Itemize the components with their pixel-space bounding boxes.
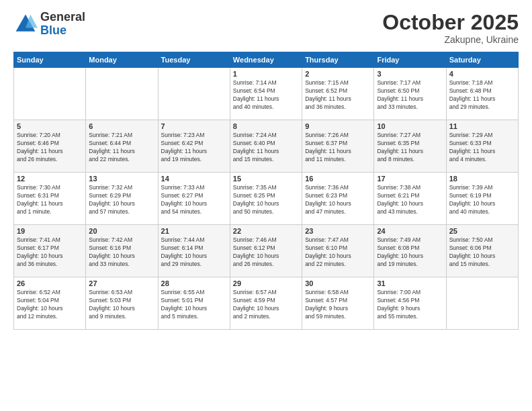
day-cell: 7Sunrise: 7:23 AM Sunset: 6:42 PM Daylig… xyxy=(158,120,230,173)
day-cell: 9Sunrise: 7:26 AM Sunset: 6:37 PM Daylig… xyxy=(302,120,374,173)
day-number: 29 xyxy=(233,279,299,287)
day-number: 28 xyxy=(161,279,227,287)
day-number: 9 xyxy=(305,122,371,130)
day-info: Sunrise: 7:38 AM Sunset: 6:21 PM Dayligh… xyxy=(377,184,443,216)
day-number: 13 xyxy=(89,175,154,183)
day-number: 19 xyxy=(17,227,83,235)
day-number: 2 xyxy=(305,70,371,78)
week-row-4: 19Sunrise: 7:41 AM Sunset: 6:17 PM Dayli… xyxy=(14,225,519,277)
day-cell xyxy=(446,277,518,330)
day-number: 5 xyxy=(17,122,83,130)
day-cell: 11Sunrise: 7:29 AM Sunset: 6:33 PM Dayli… xyxy=(446,120,518,173)
day-cell: 14Sunrise: 7:33 AM Sunset: 6:27 PM Dayli… xyxy=(158,173,230,225)
day-cell: 19Sunrise: 7:41 AM Sunset: 6:17 PM Dayli… xyxy=(14,225,86,277)
logo-icon xyxy=(13,12,38,36)
day-cell: 15Sunrise: 7:35 AM Sunset: 6:25 PM Dayli… xyxy=(230,173,302,225)
day-info: Sunrise: 7:20 AM Sunset: 6:46 PM Dayligh… xyxy=(17,132,83,164)
day-number: 18 xyxy=(449,175,515,183)
day-cell: 23Sunrise: 7:47 AM Sunset: 6:10 PM Dayli… xyxy=(302,225,374,277)
day-cell: 16Sunrise: 7:36 AM Sunset: 6:23 PM Dayli… xyxy=(302,173,374,225)
day-info: Sunrise: 6:58 AM Sunset: 4:57 PM Dayligh… xyxy=(305,289,371,321)
day-info: Sunrise: 7:41 AM Sunset: 6:17 PM Dayligh… xyxy=(17,236,83,269)
day-cell: 3Sunrise: 7:17 AM Sunset: 6:50 PM Daylig… xyxy=(374,68,446,120)
page: General Blue October 2025 Zakupne, Ukrai… xyxy=(0,0,532,411)
day-number: 1 xyxy=(233,70,299,78)
day-cell: 21Sunrise: 7:44 AM Sunset: 6:14 PM Dayli… xyxy=(158,225,230,277)
day-cell: 26Sunrise: 6:52 AM Sunset: 5:04 PM Dayli… xyxy=(14,277,86,330)
day-info: Sunrise: 7:36 AM Sunset: 6:23 PM Dayligh… xyxy=(305,184,371,216)
day-info: Sunrise: 7:35 AM Sunset: 6:25 PM Dayligh… xyxy=(233,184,299,216)
day-info: Sunrise: 7:14 AM Sunset: 6:54 PM Dayligh… xyxy=(233,79,299,111)
day-info: Sunrise: 7:42 AM Sunset: 6:16 PM Dayligh… xyxy=(89,236,154,269)
day-number: 24 xyxy=(377,227,443,235)
day-cell: 27Sunrise: 6:53 AM Sunset: 5:03 PM Dayli… xyxy=(86,277,158,330)
header-cell-friday: Friday xyxy=(374,52,446,68)
title-block: October 2025 Zakupne, Ukraine xyxy=(382,11,519,45)
day-info: Sunrise: 7:21 AM Sunset: 6:44 PM Dayligh… xyxy=(89,132,154,164)
day-cell: 25Sunrise: 7:50 AM Sunset: 6:06 PM Dayli… xyxy=(446,225,518,277)
day-cell: 12Sunrise: 7:30 AM Sunset: 6:31 PM Dayli… xyxy=(14,173,86,225)
day-cell: 20Sunrise: 7:42 AM Sunset: 6:16 PM Dayli… xyxy=(86,225,158,277)
day-info: Sunrise: 7:44 AM Sunset: 6:14 PM Dayligh… xyxy=(161,236,227,269)
day-info: Sunrise: 7:30 AM Sunset: 6:31 PM Dayligh… xyxy=(17,184,83,216)
day-cell: 6Sunrise: 7:21 AM Sunset: 6:44 PM Daylig… xyxy=(86,120,158,173)
day-info: Sunrise: 7:29 AM Sunset: 6:33 PM Dayligh… xyxy=(449,132,515,164)
day-number: 22 xyxy=(233,227,299,235)
day-cell xyxy=(158,68,230,120)
day-cell: 10Sunrise: 7:27 AM Sunset: 6:35 PM Dayli… xyxy=(374,120,446,173)
day-info: Sunrise: 7:33 AM Sunset: 6:27 PM Dayligh… xyxy=(161,184,227,216)
day-number: 16 xyxy=(305,175,371,183)
day-number: 26 xyxy=(17,279,83,287)
logo-general: General xyxy=(40,11,85,24)
day-info: Sunrise: 6:53 AM Sunset: 5:03 PM Dayligh… xyxy=(89,289,154,321)
day-cell: 29Sunrise: 6:57 AM Sunset: 4:59 PM Dayli… xyxy=(230,277,302,330)
day-number: 4 xyxy=(449,70,515,78)
day-cell: 2Sunrise: 7:15 AM Sunset: 6:52 PM Daylig… xyxy=(302,68,374,120)
day-number: 11 xyxy=(449,122,515,130)
day-info: Sunrise: 7:47 AM Sunset: 6:10 PM Dayligh… xyxy=(305,236,371,269)
month-title: October 2025 xyxy=(382,11,519,34)
day-number: 15 xyxy=(233,175,299,183)
day-number: 10 xyxy=(377,122,443,130)
day-info: Sunrise: 7:24 AM Sunset: 6:40 PM Dayligh… xyxy=(233,132,299,164)
day-cell: 24Sunrise: 7:49 AM Sunset: 6:08 PM Dayli… xyxy=(374,225,446,277)
day-info: Sunrise: 6:55 AM Sunset: 5:01 PM Dayligh… xyxy=(161,289,227,321)
day-number: 31 xyxy=(377,279,443,287)
day-cell: 17Sunrise: 7:38 AM Sunset: 6:21 PM Dayli… xyxy=(374,173,446,225)
week-row-2: 5Sunrise: 7:20 AM Sunset: 6:46 PM Daylig… xyxy=(14,120,519,173)
calendar-table: SundayMondayTuesdayWednesdayThursdayFrid… xyxy=(13,52,519,330)
day-cell xyxy=(14,68,86,120)
header-row: SundayMondayTuesdayWednesdayThursdayFrid… xyxy=(14,52,519,68)
header-cell-thursday: Thursday xyxy=(302,52,374,68)
week-row-1: 1Sunrise: 7:14 AM Sunset: 6:54 PM Daylig… xyxy=(14,68,519,120)
day-number: 20 xyxy=(89,227,154,235)
logo-text: General Blue xyxy=(40,11,85,38)
day-info: Sunrise: 7:26 AM Sunset: 6:37 PM Dayligh… xyxy=(305,132,371,164)
day-info: Sunrise: 7:18 AM Sunset: 6:48 PM Dayligh… xyxy=(449,79,515,111)
day-number: 3 xyxy=(377,70,443,78)
header-cell-sunday: Sunday xyxy=(14,52,86,68)
day-cell xyxy=(86,68,158,120)
day-number: 23 xyxy=(305,227,371,235)
day-info: Sunrise: 7:46 AM Sunset: 6:12 PM Dayligh… xyxy=(233,236,299,269)
day-info: Sunrise: 6:52 AM Sunset: 5:04 PM Dayligh… xyxy=(17,289,83,321)
day-info: Sunrise: 7:17 AM Sunset: 6:50 PM Dayligh… xyxy=(377,79,443,111)
day-number: 14 xyxy=(161,175,227,183)
day-number: 12 xyxy=(17,175,83,183)
day-cell: 4Sunrise: 7:18 AM Sunset: 6:48 PM Daylig… xyxy=(446,68,518,120)
day-cell: 30Sunrise: 6:58 AM Sunset: 4:57 PM Dayli… xyxy=(302,277,374,330)
week-row-3: 12Sunrise: 7:30 AM Sunset: 6:31 PM Dayli… xyxy=(14,173,519,225)
day-info: Sunrise: 7:49 AM Sunset: 6:08 PM Dayligh… xyxy=(377,236,443,269)
day-number: 21 xyxy=(161,227,227,235)
header-cell-monday: Monday xyxy=(86,52,158,68)
location: Zakupne, Ukraine xyxy=(382,34,519,45)
week-row-5: 26Sunrise: 6:52 AM Sunset: 5:04 PM Dayli… xyxy=(14,277,519,330)
day-number: 7 xyxy=(161,122,227,130)
day-info: Sunrise: 7:00 AM Sunset: 4:56 PM Dayligh… xyxy=(377,289,443,321)
day-cell: 18Sunrise: 7:39 AM Sunset: 6:19 PM Dayli… xyxy=(446,173,518,225)
day-info: Sunrise: 6:57 AM Sunset: 4:59 PM Dayligh… xyxy=(233,289,299,321)
header-cell-wednesday: Wednesday xyxy=(230,52,302,68)
day-number: 8 xyxy=(233,122,299,130)
logo: General Blue xyxy=(13,11,85,38)
day-cell: 31Sunrise: 7:00 AM Sunset: 4:56 PM Dayli… xyxy=(374,277,446,330)
